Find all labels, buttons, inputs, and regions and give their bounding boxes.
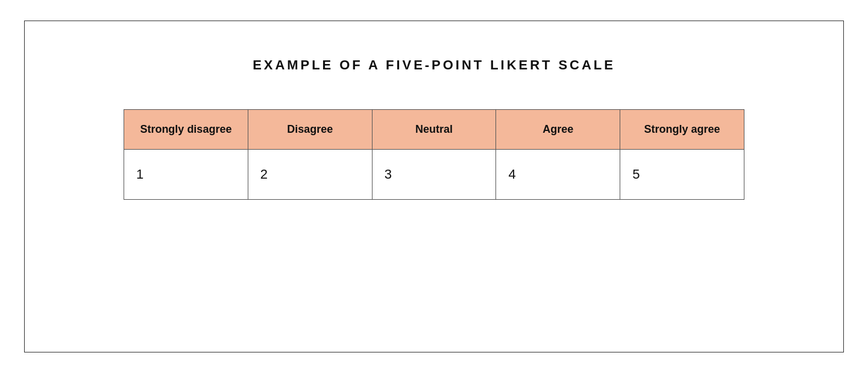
header-disagree: Disagree bbox=[248, 110, 372, 150]
value-4: 4 bbox=[496, 150, 620, 200]
table-values-row: 1 2 3 4 5 bbox=[124, 150, 744, 200]
header-strongly-agree: Strongly agree bbox=[620, 110, 744, 150]
value-5: 5 bbox=[620, 150, 744, 200]
value-2: 2 bbox=[248, 150, 372, 200]
header-agree: Agree bbox=[496, 110, 620, 150]
value-3: 3 bbox=[372, 150, 496, 200]
header-neutral: Neutral bbox=[372, 110, 496, 150]
page-title: EXAMPLE OF A FIVE-POINT LIKERT SCALE bbox=[253, 57, 615, 73]
outer-frame: EXAMPLE OF A FIVE-POINT LIKERT SCALE Str… bbox=[24, 21, 844, 352]
table-header-row: Strongly disagree Disagree Neutral Agree… bbox=[124, 110, 744, 150]
likert-scale-table: Strongly disagree Disagree Neutral Agree… bbox=[124, 109, 744, 200]
value-1: 1 bbox=[124, 150, 248, 200]
header-strongly-disagree: Strongly disagree bbox=[124, 110, 248, 150]
